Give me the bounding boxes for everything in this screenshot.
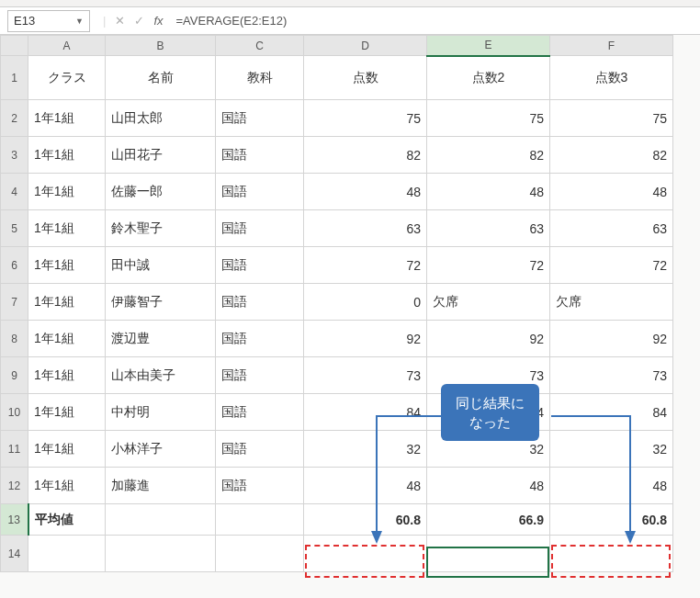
- cell-C3[interactable]: 国語: [216, 137, 304, 174]
- enter-icon[interactable]: ✓: [134, 14, 144, 28]
- cancel-icon[interactable]: ✕: [115, 14, 125, 28]
- cell-C13[interactable]: [216, 504, 304, 536]
- cell-B10[interactable]: 中村明: [106, 394, 216, 431]
- cell-C7[interactable]: 国語: [216, 284, 304, 321]
- cell-F6[interactable]: 72: [550, 247, 673, 284]
- cell-B12[interactable]: 加藤進: [106, 468, 216, 504]
- cell-F2[interactable]: 75: [550, 100, 673, 137]
- cell-F14[interactable]: [550, 536, 673, 572]
- cell-D1[interactable]: 点数: [304, 56, 427, 100]
- cell-A1[interactable]: クラス: [28, 56, 106, 100]
- cell-C1[interactable]: 教科: [216, 56, 304, 100]
- cell-A10[interactable]: 1年1組: [28, 394, 106, 431]
- cell-C12[interactable]: 国語: [216, 468, 304, 504]
- cell-D12[interactable]: 48: [304, 468, 427, 504]
- cell-C14[interactable]: [216, 536, 304, 572]
- cell-C11[interactable]: 国語: [216, 431, 304, 468]
- cell-F8[interactable]: 92: [550, 321, 673, 357]
- cell-D10[interactable]: 84: [304, 394, 427, 431]
- row-header-6[interactable]: 6: [1, 247, 28, 284]
- cell-B6[interactable]: 田中誠: [106, 247, 216, 284]
- cell-C5[interactable]: 国語: [216, 210, 304, 247]
- cell-A5[interactable]: 1年1組: [28, 210, 106, 247]
- cell-A8[interactable]: 1年1組: [28, 321, 106, 357]
- cell-C4[interactable]: 国語: [216, 174, 304, 210]
- row-header-5[interactable]: 5: [1, 210, 28, 247]
- cell-B14[interactable]: [106, 536, 216, 572]
- fx-icon[interactable]: fx: [153, 14, 163, 28]
- cell-F4[interactable]: 48: [550, 174, 673, 210]
- select-all-corner[interactable]: [1, 36, 28, 56]
- col-header-D[interactable]: D: [304, 36, 427, 56]
- cell-E6[interactable]: 72: [427, 247, 550, 284]
- cell-B7[interactable]: 伊藤智子: [106, 284, 216, 321]
- row-header-7[interactable]: 7: [1, 284, 28, 321]
- row-header-3[interactable]: 3: [1, 137, 28, 174]
- row-header-13[interactable]: 13: [1, 504, 28, 536]
- cell-A2[interactable]: 1年1組: [28, 100, 106, 137]
- col-header-E[interactable]: E: [427, 36, 550, 56]
- cell-B1[interactable]: 名前: [106, 56, 216, 100]
- cell-A6[interactable]: 1年1組: [28, 247, 106, 284]
- row-header-8[interactable]: 8: [1, 321, 28, 357]
- cell-E2[interactable]: 75: [427, 100, 550, 137]
- cell-B9[interactable]: 山本由美子: [106, 357, 216, 394]
- cell-E13[interactable]: 66.9: [427, 504, 550, 536]
- cell-A12[interactable]: 1年1組: [28, 468, 106, 504]
- cell-F11[interactable]: 32: [550, 431, 673, 468]
- col-header-B[interactable]: B: [106, 36, 216, 56]
- cell-E14[interactable]: [427, 536, 550, 572]
- cell-E12[interactable]: 48: [427, 468, 550, 504]
- cell-B11[interactable]: 小林洋子: [106, 431, 216, 468]
- cell-B5[interactable]: 鈴木聖子: [106, 210, 216, 247]
- cell-A3[interactable]: 1年1組: [28, 137, 106, 174]
- cell-D6[interactable]: 72: [304, 247, 427, 284]
- spreadsheet-grid[interactable]: A B C D E F 1 クラス 名前 教科 点数 点数2 点数3 2 1年1…: [0, 35, 673, 572]
- row-header-10[interactable]: 10: [1, 394, 28, 431]
- cell-F9[interactable]: 73: [550, 357, 673, 394]
- row-header-2[interactable]: 2: [1, 100, 28, 137]
- cell-C2[interactable]: 国語: [216, 100, 304, 137]
- row-header-4[interactable]: 4: [1, 174, 28, 210]
- cell-E3[interactable]: 82: [427, 137, 550, 174]
- cell-D8[interactable]: 92: [304, 321, 427, 357]
- cell-B8[interactable]: 渡辺豊: [106, 321, 216, 357]
- row-header-11[interactable]: 11: [1, 431, 28, 468]
- cell-A14[interactable]: [28, 536, 106, 572]
- cell-D7[interactable]: 0: [304, 284, 427, 321]
- cell-D14[interactable]: [304, 536, 427, 572]
- row-header-12[interactable]: 12: [1, 468, 28, 504]
- cell-D9[interactable]: 73: [304, 357, 427, 394]
- cell-F5[interactable]: 63: [550, 210, 673, 247]
- col-header-A[interactable]: A: [28, 36, 106, 56]
- row-header-14[interactable]: 14: [1, 536, 28, 572]
- cell-C9[interactable]: 国語: [216, 357, 304, 394]
- cell-C10[interactable]: 国語: [216, 394, 304, 431]
- cell-F12[interactable]: 48: [550, 468, 673, 504]
- cell-E5[interactable]: 63: [427, 210, 550, 247]
- cell-D4[interactable]: 48: [304, 174, 427, 210]
- cell-A13[interactable]: 平均値: [28, 504, 106, 536]
- cell-F3[interactable]: 82: [550, 137, 673, 174]
- cell-A11[interactable]: 1年1組: [28, 431, 106, 468]
- row-header-9[interactable]: 9: [1, 357, 28, 394]
- name-box-dropdown-icon[interactable]: ▼: [75, 17, 84, 26]
- cell-D2[interactable]: 75: [304, 100, 427, 137]
- cell-D11[interactable]: 32: [304, 431, 427, 468]
- cell-C6[interactable]: 国語: [216, 247, 304, 284]
- cell-D3[interactable]: 82: [304, 137, 427, 174]
- cell-E4[interactable]: 48: [427, 174, 550, 210]
- cell-F13[interactable]: 60.8: [550, 504, 673, 536]
- name-box[interactable]: E13 ▼: [7, 10, 90, 32]
- cell-F10[interactable]: 84: [550, 394, 673, 431]
- cell-B3[interactable]: 山田花子: [106, 137, 216, 174]
- cell-E1[interactable]: 点数2: [427, 56, 550, 100]
- cell-B4[interactable]: 佐藤一郎: [106, 174, 216, 210]
- row-header-1[interactable]: 1: [1, 56, 28, 100]
- cell-C8[interactable]: 国語: [216, 321, 304, 357]
- cell-A7[interactable]: 1年1組: [28, 284, 106, 321]
- cell-F1[interactable]: 点数3: [550, 56, 673, 100]
- cell-F7[interactable]: 欠席: [550, 284, 673, 321]
- cell-E7[interactable]: 欠席: [427, 284, 550, 321]
- cell-B2[interactable]: 山田太郎: [106, 100, 216, 137]
